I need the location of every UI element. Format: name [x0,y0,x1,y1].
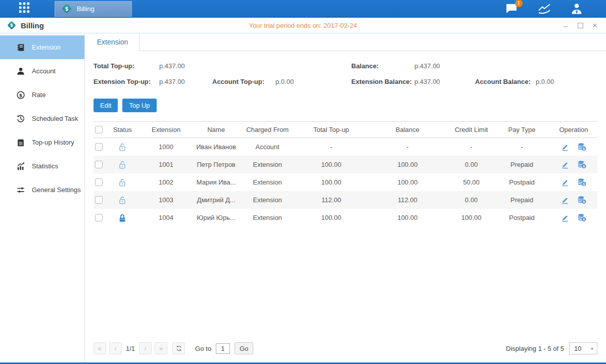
row-checkbox[interactable] [95,214,103,221]
account-balance-value: p.0.00 [536,78,597,85]
taskbar-item-billing[interactable]: $ Billing [55,1,132,17]
close-button[interactable]: ✕ [591,21,599,29]
cell-balance: 100.00 [366,156,449,173]
cell-pay-type: Prepaid [494,191,550,209]
last-page-icon: » [159,344,163,352]
top-up-button[interactable]: Top Up [122,99,156,112]
extension-topup-value: p.437.00 [159,78,212,85]
edit-icon[interactable] [560,213,570,222]
graph-icon [538,3,551,15]
cell-total-topup: 100.00 [296,173,366,191]
sidebar-item-extension[interactable]: Extension [0,35,84,59]
column-header: Total Top-up [296,122,366,138]
cell-credit-limit: 100.00 [449,209,494,226]
top-up-icon[interactable]: $ [577,142,587,152]
extension-balance-value: p.437.00 [414,78,475,85]
last-page-button[interactable]: » [155,342,167,354]
page-size-value: 10 [574,345,581,352]
sidebar-item-top-up-history[interactable]: Top-up History [0,130,84,154]
balance-summary: Total Top-up: p.437.00 Balance: p.437.00… [94,62,597,85]
refresh-button[interactable] [172,342,185,354]
taskbar-item-label: Billing [77,5,95,13]
extension-topup-label: Extension Top-up: [94,78,159,85]
cell-name: Мария Ива... [194,173,239,191]
cell-credit-limit: 0.00 [449,191,494,209]
cell-total-topup: 100.00 [296,156,366,173]
page-size-select[interactable]: 10 ▾ [569,342,597,354]
cell-name: Иван Иванов [194,138,239,156]
window-title-bar: $ Billing Your trial period ends on: 201… [0,18,606,33]
billing-app-window: $ Billing ! $ Billing Your trial period … [0,0,606,364]
top-up-icon[interactable]: $ [577,195,587,205]
cell-extension: 1003 [138,191,194,209]
cell-extension: 1000 [138,138,194,156]
sidebar-item-scheduled-task[interactable]: Scheduled Task [0,107,84,130]
sidebar-item-label: General Settings [32,186,81,194]
extension-icon [16,43,25,52]
edit-icon[interactable] [560,160,570,169]
maximize-button[interactable] [576,21,584,29]
trial-notice: Your trial period ends on: 2017-02-24 [0,22,606,29]
sidebar-item-rate[interactable]: $Rate [0,83,84,107]
cell-balance: 112.00 [366,191,449,209]
cell-name: Юрий Юрь... [194,209,239,226]
monitor-button[interactable] [537,2,551,15]
maximize-icon [578,23,583,28]
column-header: Credit Limit [449,122,494,138]
first-page-button[interactable]: « [94,342,106,354]
sidebar-item-label: Statistics [32,162,58,170]
billing-icon: $ [61,3,72,14]
edit-button[interactable]: Edit [94,99,118,112]
page-indicator: 1/1 [126,345,135,352]
row-checkbox[interactable] [95,143,103,151]
displaying-text: Displaying 1 - 5 of 5 [506,345,564,352]
cell-credit-limit: 0.00 [449,156,494,173]
column-header: Name [194,122,239,138]
system-top-bar: $ Billing ! [0,0,606,18]
row-checkbox[interactable] [95,196,103,204]
cell-pay-type: Postpaid [494,173,550,191]
row-checkbox[interactable] [95,178,103,186]
svg-text:$: $ [583,147,585,150]
top-up-icon[interactable]: $ [577,177,587,187]
sidebar-item-account[interactable]: Account [0,59,84,83]
edit-icon[interactable] [560,177,570,187]
unlocked-icon [117,195,127,205]
messages-button[interactable]: ! [505,2,519,15]
next-page-button[interactable]: › [139,342,152,354]
top-up-icon[interactable]: $ [577,160,587,169]
sidebar-item-label: Top-up History [32,139,74,146]
unlocked-icon [117,177,127,188]
prev-page-button[interactable]: ‹ [109,342,122,354]
user-icon [570,3,583,15]
tab-label: Extension [97,38,128,46]
account-topup-label: Account Top-up: [212,78,275,85]
general-settings-icon [16,186,25,195]
select-all-checkbox[interactable] [95,126,103,133]
column-header: Operation [550,122,597,138]
sidebar-item-general-settings[interactable]: General Settings [0,178,84,202]
svg-text:$: $ [583,200,585,203]
table-row: 1004Юрий Юрь...Extension100.00100.00100.… [94,209,597,226]
column-header: Charged From [239,122,296,138]
row-checkbox[interactable] [95,161,103,168]
sidebar-item-statistics[interactable]: Statistics [0,154,84,178]
minimize-button[interactable]: – [562,21,570,29]
cell-pay-type: - [494,138,550,156]
tab-extension[interactable]: Extension [86,33,139,51]
table-header-row: StatusExtensionNameCharged FromTotal Top… [94,121,597,138]
extensions-table: StatusExtensionNameCharged FromTotal Top… [94,121,597,226]
top-up-icon[interactable]: $ [577,213,587,222]
tab-strip: Extension [85,33,606,51]
edit-icon[interactable] [560,195,570,205]
go-button[interactable]: Go [235,342,253,354]
user-menu-button[interactable] [570,2,584,15]
svg-text:$: $ [583,164,585,168]
cell-pay-type: Prepaid [494,156,550,173]
cell-extension: 1004 [138,209,194,226]
page-number-input[interactable] [216,343,230,354]
edit-icon[interactable] [560,142,570,152]
balance-value: p.437.00 [414,62,475,70]
total-topup-label: Total Top-up: [94,62,159,70]
app-launcher-button[interactable] [17,2,31,16]
